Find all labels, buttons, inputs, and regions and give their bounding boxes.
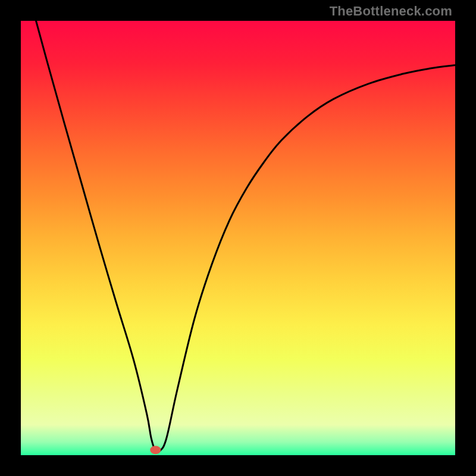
plot-area — [21, 21, 455, 455]
chart-frame: TheBottleneck.com — [0, 0, 476, 476]
watermark-text: TheBottleneck.com — [330, 4, 452, 19]
bottleneck-curve — [36, 21, 455, 453]
minimum-marker — [150, 446, 161, 454]
curve-layer — [21, 21, 455, 455]
